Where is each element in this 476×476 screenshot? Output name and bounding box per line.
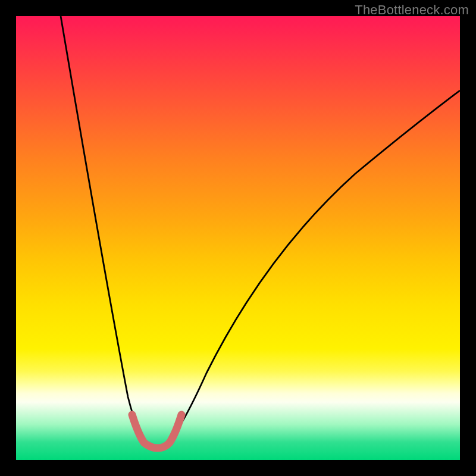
watermark-text: TheBottleneck.com (355, 2, 469, 18)
curve-left (61, 16, 152, 448)
bottleneck-curve (16, 16, 460, 460)
curve-right (164, 90, 460, 448)
plot-frame (16, 16, 460, 460)
highlight-notch (132, 415, 181, 448)
